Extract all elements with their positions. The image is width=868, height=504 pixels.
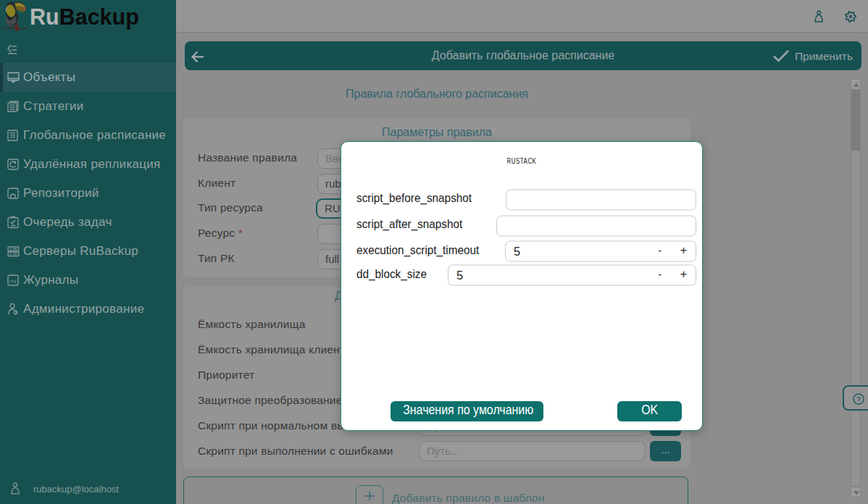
svg-text:log: log [10, 279, 17, 283]
svg-text:?: ? [856, 395, 861, 403]
